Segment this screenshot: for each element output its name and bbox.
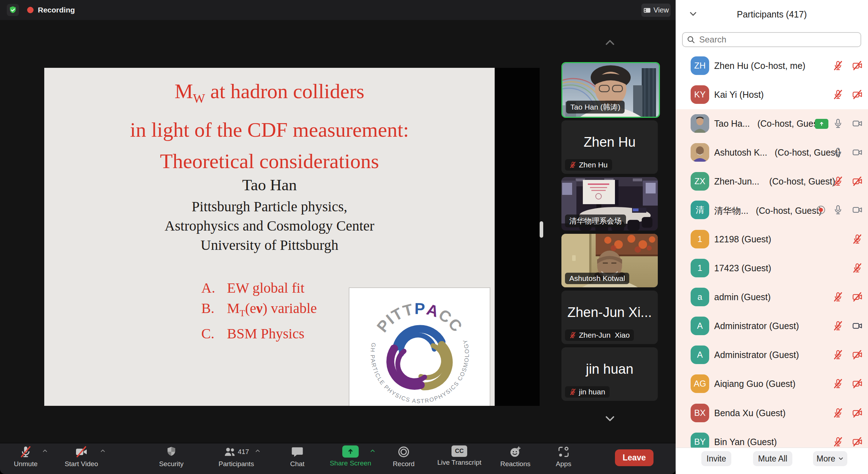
video-options-caret[interactable] bbox=[99, 448, 107, 453]
meeting-toolbar: Unmute Start Video Security 417 Particip… bbox=[0, 443, 676, 474]
participant-row[interactable]: 清 清华物... (Co-host, Guest) bbox=[676, 196, 868, 225]
cc-icon: CC bbox=[451, 445, 467, 457]
camera-off-icon bbox=[852, 349, 863, 360]
video-tile-ashutosh-kotwal[interactable]: Ashutosh Kotwal bbox=[561, 234, 658, 287]
video-tile-zhen-jun-xiao[interactable]: Zhen-Jun Xi... Zhen-Jun Xiao bbox=[561, 291, 658, 344]
share-options-caret[interactable] bbox=[369, 448, 377, 453]
participant-row[interactable]: Ashutosh K... (Co-host, Guest) bbox=[676, 138, 868, 167]
chat-button[interactable]: Chat bbox=[271, 445, 324, 468]
security-button[interactable]: Security bbox=[145, 445, 198, 468]
mic-muted-icon bbox=[852, 234, 863, 244]
shared-screen-stage: MW at hadron colliders in light of the C… bbox=[0, 20, 676, 443]
mic-icon bbox=[833, 118, 843, 129]
video-tile-tao-han[interactable]: Tao Han (韩涛) bbox=[561, 62, 660, 118]
mic-muted-icon bbox=[833, 437, 843, 447]
avatar: AG bbox=[691, 374, 709, 393]
participants-search[interactable] bbox=[682, 32, 861, 47]
avatar: 1 bbox=[691, 230, 709, 248]
record-circle-icon bbox=[397, 445, 410, 458]
mic-muted-icon bbox=[833, 89, 843, 100]
mic-muted-icon bbox=[569, 388, 576, 395]
participant-row[interactable]: AG Aiqiang Guo (Guest) bbox=[676, 369, 868, 398]
chevron-down-icon bbox=[838, 456, 844, 461]
participant-row[interactable]: Tao Ha... (Co-host, Guest) bbox=[676, 109, 868, 138]
avatar: A bbox=[691, 317, 709, 335]
shield-icon bbox=[165, 445, 177, 458]
live-transcript-button[interactable]: CC Live Transcript bbox=[433, 445, 486, 467]
participants-options-caret[interactable] bbox=[254, 448, 262, 453]
participants-panel-title: Participants (417) bbox=[676, 9, 868, 20]
search-input[interactable] bbox=[698, 34, 861, 45]
participant-row[interactable]: A Administrator (Guest) bbox=[676, 312, 868, 341]
participant-row[interactable]: 1 12198 (Guest) bbox=[676, 225, 868, 254]
smiley-plus-icon bbox=[509, 445, 522, 458]
avatar-photo bbox=[691, 143, 709, 162]
screen-sharing-badge bbox=[815, 119, 828, 129]
apps-icon bbox=[557, 445, 570, 458]
tile-name-label: 清华物理系会场 bbox=[565, 215, 626, 227]
camera-off-icon bbox=[852, 292, 863, 302]
avatar: BX bbox=[691, 404, 709, 422]
mute-all-button[interactable]: Mute All bbox=[753, 451, 792, 466]
recording-label: Recording bbox=[38, 6, 75, 14]
gallery-view-icon bbox=[643, 6, 651, 14]
avatar: KY bbox=[691, 85, 709, 104]
mic-muted-icon bbox=[19, 445, 32, 458]
pittpacc-logo-graphic: PITTPACC · PITTSBURGH PARTICLE PHYSICS A… bbox=[359, 293, 480, 406]
avatar: ZX bbox=[691, 172, 709, 191]
tile-name-label: Ashutosh Kotwal bbox=[565, 273, 629, 284]
more-button[interactable]: More bbox=[813, 451, 847, 466]
participant-row[interactable]: ZH Zhen Hu (Co-host, me) bbox=[676, 51, 868, 80]
meeting-top-bar: Recording View bbox=[0, 0, 676, 20]
mic-muted-icon bbox=[833, 349, 843, 360]
gallery-scroll-up-button[interactable] bbox=[599, 37, 621, 48]
panel-resize-handle[interactable] bbox=[540, 221, 543, 238]
participant-row[interactable]: a admin (Guest) bbox=[676, 283, 868, 312]
chat-bubble-icon bbox=[291, 445, 304, 458]
security-shield-button[interactable] bbox=[7, 4, 19, 16]
letterbox-bar bbox=[495, 68, 540, 406]
slide-author: Tao Han bbox=[44, 175, 495, 195]
slide-title: MW at hadron colliders in light of the C… bbox=[44, 76, 495, 177]
participant-row[interactable]: ZX Zhen-Jun... (Co-host, Guest) bbox=[676, 167, 868, 196]
record-button[interactable]: Record bbox=[377, 445, 430, 468]
slide-title-line2: in light of the CDF measurement: bbox=[44, 114, 495, 146]
tile-center-name: Zhen Hu bbox=[561, 135, 658, 150]
reactions-button[interactable]: Reactions bbox=[489, 445, 542, 468]
apps-button[interactable]: Apps bbox=[537, 445, 590, 468]
participant-row[interactable]: 1 17423 (Guest) bbox=[676, 254, 868, 283]
tile-center-name: jin huan bbox=[561, 362, 658, 377]
mic-muted-icon bbox=[569, 161, 576, 168]
leave-button[interactable]: Leave bbox=[615, 449, 653, 466]
chevron-up-icon bbox=[601, 37, 619, 48]
camera-off-icon bbox=[852, 408, 863, 418]
share-screen-icon bbox=[342, 445, 359, 458]
participant-row[interactable]: KY Kai Yi (Host) bbox=[676, 80, 868, 109]
video-tile-tsinghua-room[interactable]: 清华物理系会场 bbox=[561, 177, 658, 231]
slide-title-line3: Theoretical considerations bbox=[44, 146, 495, 177]
video-tile-zhen-hu[interactable]: Zhen Hu Zhen Hu bbox=[561, 120, 658, 174]
avatar: BY bbox=[691, 433, 709, 448]
mic-muted-icon bbox=[852, 263, 863, 273]
avatar: A bbox=[691, 346, 709, 364]
view-button[interactable]: View bbox=[641, 4, 671, 17]
tile-center-name: Zhen-Jun Xi... bbox=[561, 305, 658, 320]
video-tile-jin-huan[interactable]: jin huan jin huan bbox=[561, 347, 658, 401]
camera-icon bbox=[852, 205, 863, 215]
tile-name-label: jin huan bbox=[565, 386, 610, 398]
outline-item-b: B.MT(eν) variable bbox=[201, 298, 317, 323]
camera-icon bbox=[852, 147, 863, 158]
zoom-meeting-screen: { "window": { "recording_label": "Record… bbox=[0, 0, 868, 474]
presentation-slide: MW at hadron colliders in light of the C… bbox=[44, 68, 495, 406]
chevron-down-icon bbox=[601, 413, 619, 424]
gallery-scroll-down-button[interactable] bbox=[599, 413, 621, 424]
recording-dot-icon bbox=[27, 7, 34, 13]
camera-off-icon bbox=[852, 60, 863, 71]
tile-name-label: Tao Han (韩涛) bbox=[566, 101, 625, 114]
participant-row[interactable]: BY Bin Yan (Guest) bbox=[676, 428, 868, 448]
unmute-options-caret[interactable] bbox=[41, 448, 49, 453]
camera-icon bbox=[852, 321, 863, 331]
participant-row[interactable]: BX Benda Xu (Guest) bbox=[676, 399, 868, 428]
participant-row[interactable]: A Administrator (Guest) bbox=[676, 341, 868, 369]
invite-button[interactable]: Invite bbox=[701, 451, 731, 466]
